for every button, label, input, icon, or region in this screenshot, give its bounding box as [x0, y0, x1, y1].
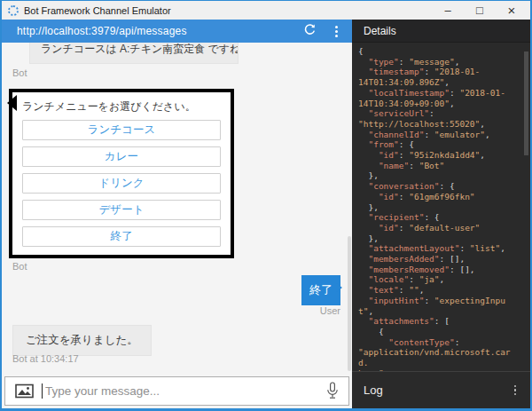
log-header: Log — [352, 371, 530, 408]
maximize-button[interactable]: □ — [470, 1, 489, 20]
app-icon — [8, 5, 19, 16]
window-controls: – □ × — [426, 1, 521, 20]
bot-message-bubble[interactable]: ご注文を承りました。 — [12, 325, 152, 356]
card-button-drink[interactable]: ドリンク — [22, 173, 221, 194]
user-sender-label: User — [320, 305, 340, 316]
message-input[interactable]: Type your message... — [4, 376, 349, 406]
json-scrollbar[interactable] — [524, 51, 528, 155]
picture-icon — [15, 383, 34, 399]
endpoint-address-bar[interactable]: http://localhost:3979/api/messages — [2, 20, 352, 43]
chat-scrollbar[interactable] — [348, 236, 351, 371]
titlebar[interactable]: Bot Framework Channel Emulator – □ × — [2, 1, 530, 20]
close-button[interactable]: × — [502, 1, 521, 20]
message-placeholder: Type your message... — [45, 384, 326, 398]
user-message-bubble[interactable]: 終了 — [301, 275, 340, 305]
bot-sender-label: Bot — [12, 67, 27, 78]
upload-attachment-button[interactable] — [15, 383, 34, 399]
json-view: { "type": "message", "timestamp": "2018-… — [352, 43, 523, 371]
app-window: Bot Framework Channel Emulator – □ × htt… — [0, 0, 532, 411]
refresh-icon — [303, 23, 317, 36]
conversation-area: ランチコースは A:チキン南蛮定食 ですね。 Bot ランチメニューをお選びくだ… — [2, 43, 352, 371]
reconnect-button[interactable] — [300, 23, 319, 40]
microphone-button[interactable] — [326, 382, 339, 400]
composer-bar: Type your message... — [2, 371, 352, 408]
hero-card-selected[interactable]: ランチメニューをお選びください。 ランチコース カレー ドリンク デザート 終了 — [9, 89, 234, 258]
text-caret — [42, 383, 43, 399]
endpoint-url[interactable]: http://localhost:3979/api/messages — [17, 25, 300, 37]
details-header: Details — [352, 20, 530, 43]
json-inspector: { "type": "message", "timestamp": "2018-… — [352, 43, 530, 371]
hero-card-title: ランチメニューをお選びください。 — [22, 99, 221, 114]
card-button-lunch-course[interactable]: ランチコース — [22, 120, 221, 140]
minimize-button[interactable]: – — [438, 1, 458, 20]
log-title: Log — [364, 383, 383, 397]
log-menu-button[interactable] — [509, 385, 522, 396]
bot-sender-label: Bot — [12, 261, 27, 272]
details-pane: Details { "type": "message", "timestamp"… — [352, 20, 530, 408]
bot-message-bubble-clipped[interactable]: ランチコースは A:チキン南蛮定食 ですね。 — [29, 43, 239, 64]
card-button-curry[interactable]: カレー — [22, 146, 221, 167]
microphone-icon — [326, 382, 339, 400]
window-title: Bot Framework Channel Emulator — [24, 5, 171, 16]
details-title: Details — [364, 25, 396, 37]
bot-timestamp-label: Bot at 10:34:17 — [12, 353, 79, 364]
card-button-dessert[interactable]: デザート — [22, 200, 221, 220]
address-menu-button[interactable] — [330, 26, 343, 37]
chat-pane: http://localhost:3979/api/messages ランチコー… — [2, 20, 352, 408]
card-button-exit[interactable]: 終了 — [22, 226, 221, 247]
